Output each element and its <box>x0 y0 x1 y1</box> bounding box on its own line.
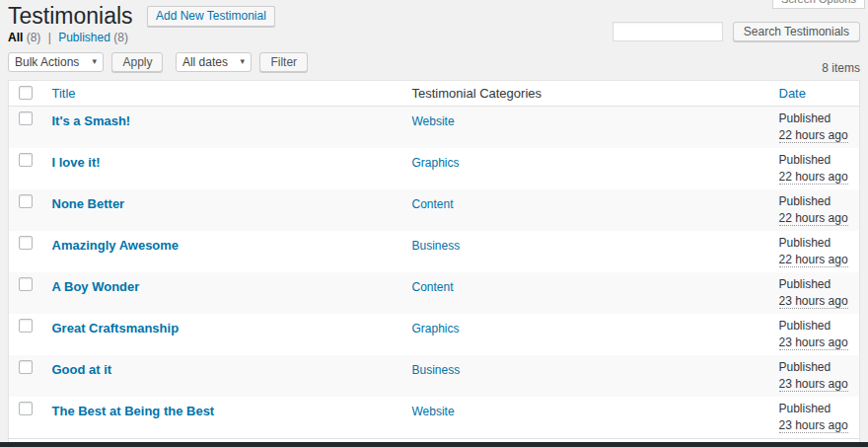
testimonial-category-link[interactable]: Website <box>412 405 455 418</box>
categories-column-header: Testimonial Categories <box>402 81 769 107</box>
testimonial-category-link[interactable]: Website <box>412 114 455 128</box>
publish-status: Published <box>779 319 850 333</box>
publish-status: Published <box>779 360 850 374</box>
testimonial-title-link[interactable]: Great Craftsmanship <box>52 321 180 335</box>
publish-time: 23 hours ago <box>779 419 848 433</box>
publish-time: 22 hours ago <box>779 254 848 267</box>
testimonial-category-link[interactable]: Graphics <box>412 156 460 170</box>
published-count: (8) <box>113 31 128 44</box>
top-toolbar: Bulk Actions Apply All dates Filter 8 it… <box>8 52 860 75</box>
table-body: It's a Smash! Website Published 22 hours… <box>9 107 860 439</box>
publish-status: Published <box>779 402 850 415</box>
row-checkbox[interactable] <box>19 236 33 250</box>
table-row: I love it! Graphics Published 22 hours a… <box>9 148 860 189</box>
page-title: Testimonials <box>8 3 133 29</box>
testimonial-category-link[interactable]: Content <box>412 280 454 294</box>
table-row: The Best at Being the Best Website Publi… <box>9 397 860 439</box>
table-row: A Boy Wonder Content Published 23 hours … <box>9 272 860 314</box>
search-input[interactable] <box>613 22 723 41</box>
testimonial-category-link[interactable]: Graphics <box>412 322 460 335</box>
testimonial-title-link[interactable]: Good at it <box>52 362 112 377</box>
search-box: Search Testimonials <box>613 22 860 41</box>
testimonial-title-link[interactable]: None Better <box>52 196 125 211</box>
apply-button[interactable]: Apply <box>111 52 163 72</box>
filter-button[interactable]: Filter <box>259 52 308 72</box>
select-all-checkbox[interactable] <box>19 86 33 100</box>
sort-by-date-header[interactable]: Date <box>779 86 806 101</box>
row-checkbox[interactable] <box>19 153 33 167</box>
testimonial-category-link[interactable]: Content <box>412 197 454 211</box>
all-count: (8) <box>27 31 41 44</box>
testimonial-title-link[interactable]: I love it! <box>52 155 101 170</box>
row-checkbox[interactable] <box>19 360 33 374</box>
publish-time: 22 hours ago <box>779 129 848 143</box>
all-filter-link[interactable]: All <box>8 31 23 44</box>
testimonials-table: Title Testimonial Categories Date It's a… <box>8 80 860 447</box>
publish-time: 23 hours ago <box>779 378 848 392</box>
testimonial-title-link[interactable]: A Boy Wonder <box>52 279 140 294</box>
table-row: Good at it Business Published 23 hours a… <box>9 355 860 397</box>
bottom-dark-bar <box>0 442 868 447</box>
bulk-actions-select[interactable]: Bulk Actions <box>8 52 104 72</box>
add-new-testimonial-button[interactable]: Add New Testimonial <box>147 6 275 27</box>
row-checkbox[interactable] <box>19 319 33 333</box>
table-row: None Better Content Published 22 hours a… <box>9 189 860 231</box>
filter-separator: | <box>48 31 51 44</box>
dates-select-wrap: All dates <box>176 52 252 72</box>
testimonial-category-link[interactable]: Business <box>412 239 461 253</box>
publish-status: Published <box>779 236 850 250</box>
row-checkbox[interactable] <box>19 194 33 208</box>
row-checkbox[interactable] <box>19 402 33 415</box>
publish-time: 22 hours ago <box>779 171 848 185</box>
bulk-actions-select-wrap: Bulk Actions <box>8 52 104 72</box>
search-testimonials-button[interactable]: Search Testimonials <box>733 22 860 41</box>
row-checkbox[interactable] <box>19 112 33 125</box>
testimonial-title-link[interactable]: It's a Smash! <box>52 113 131 128</box>
testimonial-category-link[interactable]: Business <box>412 363 461 377</box>
publish-status: Published <box>779 194 850 208</box>
sort-by-title-header[interactable]: Title <box>52 86 76 101</box>
table-row: It's a Smash! Website Published 22 hours… <box>9 107 860 149</box>
publish-status: Published <box>779 112 850 125</box>
row-checkbox[interactable] <box>19 277 33 291</box>
table-row: Amazingly Awesome Business Published 22 … <box>9 231 860 272</box>
items-count: 8 items <box>822 58 860 78</box>
publish-status: Published <box>779 277 850 291</box>
testimonial-title-link[interactable]: The Best at Being the Best <box>52 404 215 418</box>
publish-time: 22 hours ago <box>779 212 848 226</box>
publish-time: 23 hours ago <box>779 336 848 350</box>
table-row: Great Craftsmanship Graphics Published 2… <box>9 314 860 355</box>
published-filter-link[interactable]: Published <box>58 31 110 44</box>
dates-filter-select[interactable]: All dates <box>176 52 252 72</box>
table-header: Title Testimonial Categories Date <box>9 81 860 107</box>
publish-status: Published <box>779 153 850 167</box>
testimonial-title-link[interactable]: Amazingly Awesome <box>52 238 180 253</box>
testimonials-admin-page: Testimonials Add New Testimonial All (8)… <box>0 0 868 447</box>
publish-time: 23 hours ago <box>779 295 848 309</box>
